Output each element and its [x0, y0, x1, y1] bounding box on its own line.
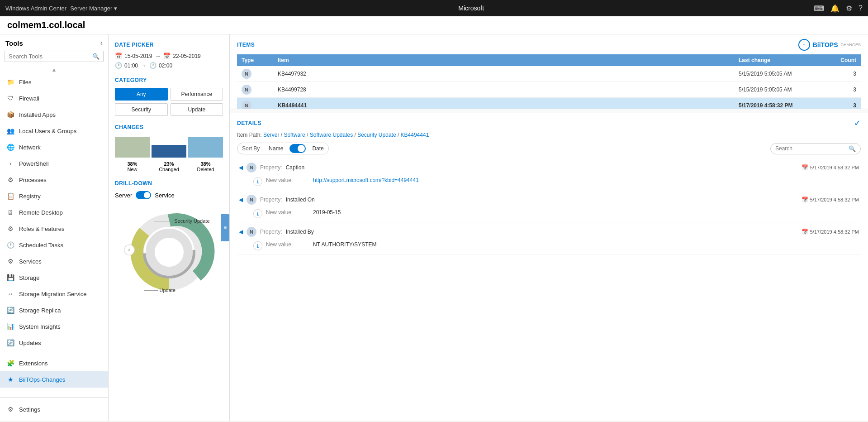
details-search-input[interactable]: [775, 145, 846, 152]
server-manager-menu[interactable]: Server Manager ▾: [70, 5, 117, 12]
path-software-updates[interactable]: Software Updates: [310, 132, 353, 138]
installed-on-date: 📅 5/17/2019 4:58:32 PM: [802, 197, 859, 203]
sidebar-item-network[interactable]: 🌐 Network: [0, 139, 108, 155]
changes-bars: [115, 135, 223, 158]
items-table: Type Item Last change Count N KB4497932 …: [237, 54, 861, 109]
search-box[interactable]: 🔍: [5, 51, 104, 62]
col-count: Count: [825, 54, 861, 66]
chevron-down-icon: ▾: [114, 5, 117, 12]
drilldown-title: DRILL-DOWN: [115, 180, 223, 187]
installed-on-new-value: 2019-05-15: [313, 209, 341, 216]
installed-by-info-icon: ℹ: [253, 241, 262, 250]
item-path-label: Item Path:: [237, 132, 262, 138]
changed-label: 23% Changed: [152, 161, 186, 172]
path-kb4494441[interactable]: KB4494441: [401, 132, 429, 138]
row-type: N: [237, 82, 273, 98]
sidebar-item-local-users[interactable]: 👥 Local Users & Groups: [0, 123, 108, 139]
path-security-update[interactable]: Security Update: [357, 132, 396, 138]
sidebar-label-local-users: Local Users & Groups: [19, 128, 76, 134]
content-area: DATE PICKER 📅 15-05-2019 → 📅 22-05-2019 …: [109, 34, 868, 421]
installed-on-new-value-label: New value:: [266, 209, 302, 216]
sidebar-item-storage-replica[interactable]: 🔄 Storage Replica: [0, 302, 108, 318]
sidebar-item-files[interactable]: 📁 Files: [0, 74, 108, 90]
installed-by-badge: N: [247, 227, 256, 237]
installed-by-collapse-icon[interactable]: ◀: [239, 229, 243, 235]
sidebar-item-updates[interactable]: 🔄 Updates: [0, 335, 108, 351]
date-picker-title: DATE PICKER: [115, 42, 223, 48]
sort-by-date[interactable]: Date: [308, 143, 328, 154]
installed-on-badge: N: [247, 195, 256, 205]
donut-chart: ‹ Security Update Update: [119, 205, 219, 295]
table-row[interactable]: N KB4499728 5/15/2019 5:05:05 AM 3: [237, 82, 861, 98]
sort-toggle-switch[interactable]: [289, 144, 306, 153]
sidebar-item-firewall[interactable]: 🛡 Firewall: [0, 90, 108, 106]
left-panel: DATE PICKER 📅 15-05-2019 → 📅 22-05-2019 …: [109, 34, 230, 421]
category-security-button[interactable]: Security: [115, 103, 168, 116]
property-installed-on-left: ◀ N Property: Installed On: [239, 195, 315, 205]
sidebar-label-extensions: Extensions: [19, 360, 48, 367]
sidebar-item-system-insights[interactable]: 📊 System Insights: [0, 318, 108, 335]
sidebar-item-remote-desktop[interactable]: 🖥 Remote Desktop: [0, 204, 108, 221]
details-title: DETAILS: [237, 120, 261, 126]
details-search-box[interactable]: 🔍: [770, 143, 861, 154]
sidebar-item-installed-apps[interactable]: 📦 Installed Apps: [0, 106, 108, 123]
category-any-button[interactable]: Any: [115, 88, 168, 101]
sidebar-label-firewall: Firewall: [19, 95, 39, 102]
topbar-left: Windows Admin Center Server Manager ▾: [5, 5, 117, 12]
table-row[interactable]: N KB4494441 5/17/2019 4:58:32 PM 3: [237, 98, 861, 109]
sidebar-item-extensions[interactable]: 🧩 Extensions: [0, 355, 108, 371]
extensions-icon: 🧩: [6, 359, 14, 367]
sidebar-label-services: Services: [19, 258, 42, 265]
clock-to-icon: 🕐: [149, 62, 157, 69]
sidebar-item-storage[interactable]: 💾 Storage: [0, 269, 108, 286]
panel-toggle-icon: ≡: [223, 226, 228, 229]
microsoft-logo: [447, 4, 455, 13]
category-section: CATEGORY Any Performance Security Update: [115, 77, 223, 116]
sidebar-title: Tools: [5, 39, 23, 47]
sidebar-label-powershell: PowerShell: [19, 160, 49, 167]
caption-prop-name: Caption: [286, 164, 304, 171]
property-installed-by-header: ◀ N Property: Installed By 📅 5/17/2019 4…: [237, 224, 861, 240]
path-software[interactable]: Software: [284, 132, 305, 138]
table-row[interactable]: N KB4497932 5/15/2019 5:05:05 AM 3: [237, 66, 861, 82]
sidebar-label-processes: Processes: [19, 177, 47, 183]
sidebar-item-settings[interactable]: ⚙ Settings: [0, 401, 108, 417]
sidebar-item-powershell[interactable]: › PowerShell: [0, 155, 108, 172]
category-update-button[interactable]: Update: [171, 103, 223, 116]
category-performance-button[interactable]: Performance: [171, 88, 223, 101]
drilldown-server-label: Server: [115, 192, 132, 199]
caption-collapse-icon[interactable]: ◀: [239, 164, 243, 171]
sidebar-item-storage-migration[interactable]: ↔ Storage Migration Service: [0, 286, 108, 302]
drilldown-toggle-switch[interactable]: [136, 191, 151, 199]
from-date-field: 📅 15-05-2019: [115, 53, 152, 59]
panel-toggle-button[interactable]: ≡: [221, 214, 230, 241]
sidebar-item-processes[interactable]: ⚙ Processes: [0, 172, 108, 188]
details-expand-button[interactable]: ✓: [854, 118, 861, 128]
terminal-icon[interactable]: ⌨: [814, 4, 824, 13]
help-icon[interactable]: ?: [859, 4, 863, 12]
sidebar-item-scheduled-tasks[interactable]: 🕐 Scheduled Tasks: [0, 237, 108, 253]
path-sep2: /: [307, 132, 310, 138]
installed-by-value-row: ℹ New value: NT AUTHORITY\SYSTEM: [237, 240, 861, 254]
sort-by-name[interactable]: Name: [264, 143, 288, 154]
bell-icon[interactable]: 🔔: [830, 4, 840, 13]
sidebar-label-scheduled-tasks: Scheduled Tasks: [19, 242, 63, 249]
page-title: colmem1.col.local: [7, 20, 861, 30]
sidebar-item-registry[interactable]: 📋 Registry: [0, 188, 108, 204]
row-item: KB4497932: [273, 66, 734, 82]
sidebar-item-roles-features[interactable]: ⚙ Roles & Features: [0, 221, 108, 237]
item-path: Item Path: Server / Software / Software …: [237, 132, 861, 138]
registry-icon: 📋: [6, 192, 14, 200]
from-time-value: 01:00: [124, 62, 138, 69]
col-type: Type: [237, 54, 273, 66]
sidebar-item-biitops-changes[interactable]: ★ BiiTOps-Changes: [0, 371, 108, 388]
sidebar-collapse-button[interactable]: ‹: [100, 39, 103, 47]
items-table-head: Type Item Last change Count: [237, 54, 861, 66]
search-input[interactable]: [9, 53, 92, 60]
path-server[interactable]: Server: [263, 132, 279, 138]
donut-nav-back[interactable]: ‹: [124, 245, 135, 255]
gear-icon[interactable]: ⚙: [846, 4, 852, 13]
installed-on-collapse-icon[interactable]: ◀: [239, 197, 243, 203]
sidebar-item-services[interactable]: ⚙ Services: [0, 253, 108, 269]
sidebar-label-roles-features: Roles & Features: [19, 225, 64, 232]
